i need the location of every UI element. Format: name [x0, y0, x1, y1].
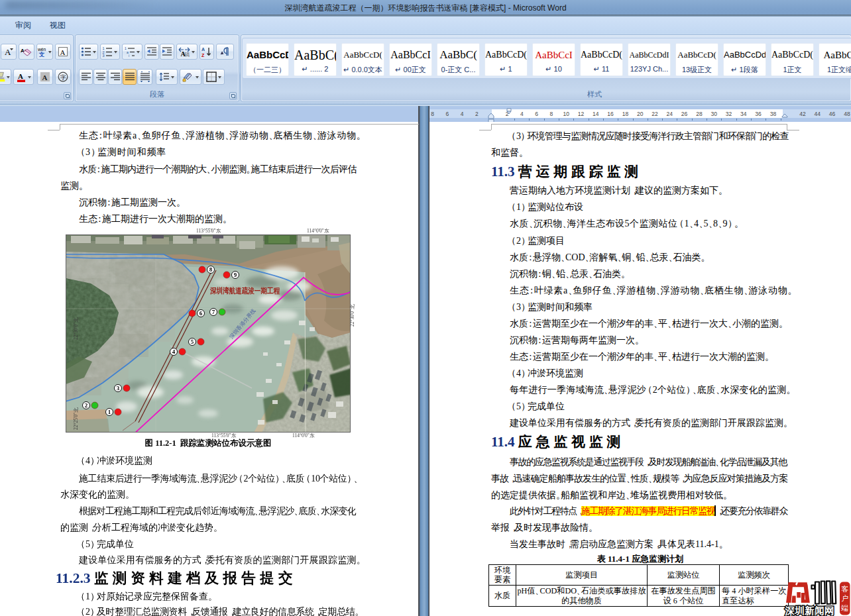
svg-text:客: 客	[841, 585, 848, 593]
svg-text:A: A	[201, 47, 205, 52]
svg-text:4: 4	[172, 348, 176, 355]
svg-text:文: 文	[38, 51, 45, 57]
svg-text:深圳湾航道疏浚一期工程: 深圳湾航道疏浚一期工程	[209, 286, 280, 295]
svg-text:1: 1	[108, 409, 111, 415]
svg-text:8: 8	[209, 266, 213, 273]
svg-text:5: 5	[191, 338, 194, 345]
svg-text:3: 3	[117, 385, 120, 391]
svg-text:A: A	[60, 48, 66, 56]
svg-text:辑: 辑	[184, 52, 190, 57]
svg-text:3: 3	[103, 54, 105, 57]
svg-text:9: 9	[234, 272, 237, 278]
svg-text:6: 6	[199, 310, 203, 317]
svg-text:端: 端	[840, 604, 848, 612]
svg-text:A: A	[18, 72, 23, 80]
svg-text:7: 7	[212, 309, 215, 315]
svg-text:深圳新闻网: 深圳新闻网	[785, 605, 835, 616]
svg-text:字: 字	[60, 74, 66, 81]
svg-text:Z: Z	[201, 53, 205, 58]
svg-text:i: i	[129, 54, 129, 57]
svg-text:户: 户	[841, 594, 848, 602]
svg-text:2: 2	[85, 402, 88, 409]
svg-text:A: A	[42, 74, 48, 81]
